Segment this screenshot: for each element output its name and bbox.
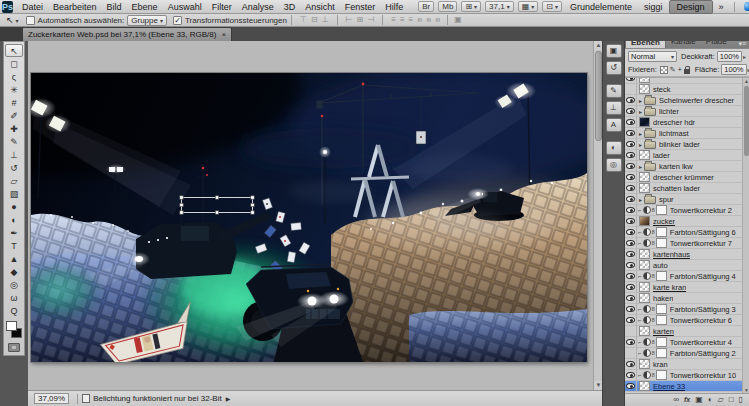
menu-ebene[interactable]: Ebene (127, 2, 163, 12)
layer-visibility-toggle[interactable] (625, 139, 637, 150)
link-layers-icon[interactable]: ∞ (673, 395, 679, 405)
layer-row[interactable]: ⌐8Farbton/Sättigung 6 (625, 227, 749, 238)
scroll-down-arrow[interactable]: ▼ (743, 387, 749, 393)
expand-arrow-icon[interactable]: ▸ (639, 196, 642, 203)
foreground-color-swatch[interactable] (6, 321, 17, 331)
layer-row[interactable]: auto (625, 260, 749, 271)
arrange-documents-icon[interactable]: ▦ (518, 1, 539, 12)
menu-bild[interactable]: Bild (102, 2, 127, 12)
layer-visibility-toggle[interactable] (625, 161, 637, 172)
layer-visibility-toggle[interactable] (625, 370, 637, 381)
tool-3d-rotate[interactable]: ◎ (5, 278, 23, 291)
character-panel[interactable]: A (606, 118, 622, 132)
layer-row[interactable]: ⌐8Tonwertkorrektur 6 (625, 315, 749, 326)
workspace-overflow[interactable]: » (713, 2, 730, 12)
document-canvas[interactable] (31, 73, 587, 362)
mini-bridge-icon[interactable]: Mb (438, 1, 457, 12)
menu-3d[interactable]: 3D (279, 2, 301, 12)
brush-panel[interactable]: ✎ (606, 84, 622, 98)
document-tab[interactable]: Zuckerkarten Web.psd bei 37,1% (Ebene 33… (22, 27, 232, 41)
menu-hilfe[interactable]: Hilfe (380, 2, 408, 12)
scrollbar-thumb[interactable] (595, 51, 602, 141)
distribute-vertical-centers-icon[interactable]: ≡ (400, 15, 405, 25)
layer-row[interactable]: ▸spur (625, 194, 749, 205)
tool-type[interactable]: T (5, 239, 23, 252)
delete-layer-icon[interactable]: ▯ (739, 395, 743, 405)
mini-bridge-panel[interactable]: ▣ (606, 44, 622, 58)
layer-visibility-toggle[interactable] (625, 238, 637, 249)
tool-blur[interactable]: ● (5, 200, 23, 213)
layer-visibility-toggle[interactable] (625, 84, 637, 95)
layer-row[interactable]: ▸blinker lader (625, 139, 749, 150)
layer-row[interactable]: zucker (625, 216, 749, 227)
layer-row[interactable]: karte kran (625, 282, 749, 293)
status-zoom-field[interactable]: 37,09% (34, 393, 69, 404)
move-tool-icon[interactable]: ↖ (6, 15, 19, 25)
menu-analyse[interactable]: Analyse (237, 2, 279, 12)
add-layer-mask-icon[interactable]: ▣ (695, 395, 703, 405)
distribute-right-edges-icon[interactable]: ≡ (432, 18, 442, 23)
layer-visibility-toggle[interactable] (625, 172, 637, 183)
expand-arrow-icon[interactable]: ▸ (639, 163, 642, 170)
layer-visibility-toggle[interactable] (625, 183, 637, 194)
fill-field[interactable]: 100% (721, 64, 746, 75)
layer-visibility-toggle[interactable] (625, 106, 637, 117)
bridge-icon[interactable]: Br (418, 1, 434, 12)
lock-position-icon[interactable]: + (678, 66, 682, 73)
layer-row[interactable]: ⌐8Tonwertkorrektur 4 (625, 337, 749, 348)
layer-row[interactable]: lader (625, 150, 749, 161)
tool-hand[interactable]: ω (5, 291, 23, 304)
distribute-top-edges-icon[interactable]: ≡ (391, 15, 396, 25)
layer-visibility-toggle[interactable] (625, 117, 637, 128)
layer-visibility-toggle[interactable] (625, 337, 637, 348)
layer-row[interactable]: karten (625, 326, 749, 337)
layer-row[interactable]: ▸lichtmast (625, 128, 749, 139)
tool-lasso[interactable]: ς (5, 70, 23, 83)
tool-gradient[interactable]: ▧ (5, 187, 23, 200)
status-menu-arrow[interactable]: ▶ (226, 395, 231, 402)
menu-bearbeiten[interactable]: Bearbeiten (48, 2, 102, 12)
layer-visibility-toggle[interactable] (625, 205, 637, 216)
screen-mode-icon[interactable]: ⊡ (542, 1, 562, 12)
tool-eyedropper[interactable]: ✐ (5, 109, 23, 122)
close-tab-icon[interactable]: × (221, 30, 226, 39)
opacity-field[interactable]: 100% (717, 51, 742, 62)
tool-crop[interactable]: # (5, 96, 23, 109)
adjustments-panel[interactable]: ◐ (606, 141, 622, 155)
layer-visibility-toggle[interactable] (625, 128, 637, 139)
tool-history-brush[interactable]: ↺ (5, 161, 23, 174)
new-group-icon[interactable]: ▱ (718, 395, 724, 405)
clone-source-panel[interactable]: ⊥ (606, 101, 622, 115)
lock-paint-icon[interactable]: ✎ (670, 66, 676, 74)
scrollbar-thumb[interactable] (744, 86, 749, 156)
layer-visibility-toggle[interactable] (625, 293, 637, 304)
expand-arrow-icon[interactable]: ▸ (639, 108, 642, 115)
blend-mode-dropdown[interactable]: Normal (628, 51, 677, 62)
layer-row[interactable]: ⌐8Farbton/Sättigung 2 (625, 348, 749, 359)
layer-row[interactable]: kartenhaus (625, 249, 749, 260)
panel-menu-icon[interactable]: ▾≡ (738, 40, 749, 48)
layer-row[interactable]: haken (625, 293, 749, 304)
layer-row[interactable]: ▸karten lkw (625, 161, 749, 172)
align-horizontal-centers-icon[interactable]: ⊞ (357, 15, 364, 25)
expand-arrow-icon[interactable]: ▸ (639, 130, 642, 137)
layer-row[interactable]: ⌐8Tonwertkorrektur 7 (625, 238, 749, 249)
layer-visibility-toggle[interactable] (625, 260, 637, 271)
align-vertical-centers-icon[interactable]: ⊟ (311, 15, 318, 25)
canvas-vertical-scrollbar[interactable]: ▲ ▼ (593, 41, 602, 390)
layer-visibility-toggle[interactable] (625, 381, 637, 392)
workspace-design[interactable]: Design (669, 0, 713, 14)
layer-row[interactable] (625, 77, 749, 84)
menu-fenster[interactable]: Fenster (340, 2, 381, 12)
align-top-edges-icon[interactable]: ⊤ (300, 15, 307, 25)
scroll-up-arrow[interactable]: ▲ (594, 41, 602, 50)
layer-row[interactable]: drescher krümmer (625, 172, 749, 183)
tool-spot-healing-brush[interactable]: ✚ (5, 122, 23, 135)
layer-row[interactable]: ⌐8Farbton/Sättigung 4 (625, 271, 749, 282)
expand-arrow-icon[interactable]: ▸ (639, 141, 642, 148)
tool-clone-stamp[interactable]: ⊥ (5, 148, 23, 161)
layer-row[interactable]: ⌐8Tonwertkorrektur 2 (625, 205, 749, 216)
auto-select-dropdown[interactable]: Gruppe (127, 15, 167, 26)
workspace-grundelemente[interactable]: Grundelemente (564, 2, 638, 12)
new-adjustment-layer-icon[interactable]: ◐ (708, 395, 713, 405)
